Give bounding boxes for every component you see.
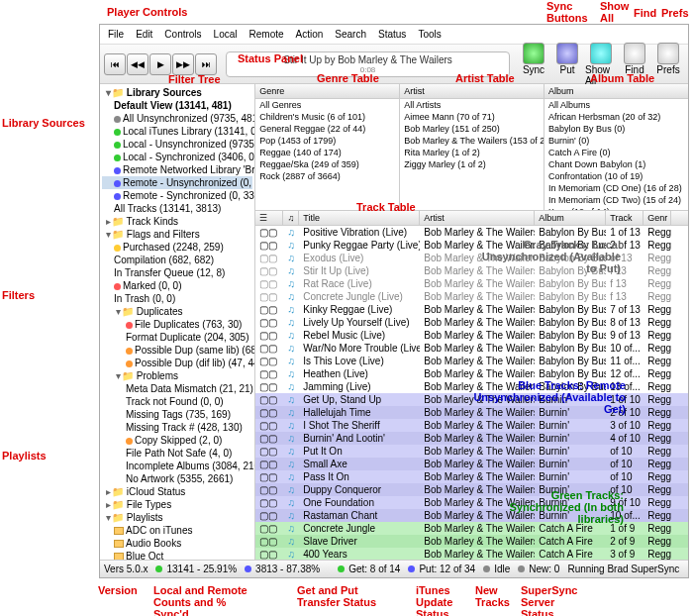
album-row[interactable]: Catch A Fire (0) bbox=[544, 147, 688, 158]
tree-item[interactable]: All Unsynchronized (9735, 481) bbox=[102, 112, 252, 125]
sidebar[interactable]: ▾📁 Library SourcesDefault View (13141, 4… bbox=[100, 84, 255, 560]
rewind-button[interactable]: ◀◀ bbox=[127, 53, 148, 75]
track-row[interactable]: ▢▢♫Concrete JungleBob Marley & The Waile… bbox=[255, 522, 688, 535]
track-row[interactable]: ▢▢♫One FoundationBob Marley & The Wailer… bbox=[255, 496, 688, 509]
menu-search[interactable]: Search bbox=[331, 27, 370, 42]
artist-row[interactable]: Aimee Mann (70 of 71) bbox=[400, 111, 544, 123]
tree-item[interactable]: Local iTunes Library (13141, 0) bbox=[102, 125, 252, 138]
album-row[interactable]: Kaya (10 of 14) bbox=[544, 206, 688, 210]
artist-header[interactable]: Artist bbox=[400, 84, 544, 99]
tree-item[interactable]: Missing Track # (428, 130) bbox=[102, 421, 252, 434]
col-icons[interactable]: ☰ bbox=[255, 211, 283, 225]
artist-row[interactable]: Rita Marley (1 of 2) bbox=[400, 147, 544, 158]
genre-table[interactable]: Genre All GenresChildren's Music (6 of 1… bbox=[255, 84, 400, 210]
album-row[interactable]: Confrontation (10 of 19) bbox=[544, 170, 688, 182]
track-row[interactable]: ▢▢♫Positive Vibration (Live)Bob Marley &… bbox=[255, 226, 688, 239]
showall-button[interactable]: Show All bbox=[585, 43, 617, 86]
tree-item[interactable]: Copy Skipped (2, 0) bbox=[102, 434, 252, 447]
genre-row[interactable]: General Reggae (22 of 44) bbox=[255, 123, 399, 135]
track-row[interactable]: ▢▢♫Rebel Music (Live)Bob Marley & The Wa… bbox=[255, 329, 688, 342]
tree-item[interactable]: All Tracks (13141, 3813) bbox=[102, 202, 252, 215]
genre-row[interactable]: All Genres bbox=[255, 99, 399, 111]
col-title[interactable]: Title bbox=[299, 211, 420, 225]
put-button[interactable]: Put bbox=[551, 43, 583, 86]
track-row[interactable]: ▢▢♫Is This Love (Live)Bob Marley & The W… bbox=[255, 355, 688, 367]
genre-row[interactable]: Children's Music (6 of 101) bbox=[255, 111, 399, 123]
tree-item[interactable]: Meta Data Mismatch (21, 21) bbox=[102, 382, 252, 395]
forward-button[interactable]: ▶▶ bbox=[172, 53, 194, 75]
album-row[interactable]: African Herbsman (20 of 32) bbox=[544, 111, 688, 123]
track-row[interactable]: ▢▢♫I Shot The SheriffBob Marley & The Wa… bbox=[255, 419, 688, 432]
track-row[interactable]: ▢▢♫War/No More Trouble (Live)Bob Marley … bbox=[255, 342, 688, 355]
track-row[interactable]: ▢▢♫Concrete Jungle (Live)Bob Marley & Th… bbox=[255, 290, 688, 303]
tree-item[interactable]: In Trash (0, 0) bbox=[102, 292, 252, 305]
album-row[interactable]: Babylon By Bus (0) bbox=[544, 123, 688, 135]
album-row[interactable]: In Memoriam (CD Two) (15 of 24) bbox=[544, 194, 688, 206]
tree-item[interactable]: File Path Not Safe (4, 0) bbox=[102, 447, 252, 460]
tree-item[interactable]: ▸📁 Track Kinds bbox=[102, 215, 252, 228]
tree-item[interactable]: Remote Networked Library 'Brad iMac' (0,… bbox=[102, 163, 252, 176]
artist-row[interactable]: Bob Marley & The Wailers (153 of 206) bbox=[400, 135, 544, 147]
col-artist[interactable]: Artist bbox=[420, 211, 535, 225]
col-track[interactable]: Track bbox=[606, 211, 644, 225]
tree-item[interactable]: Audio Books bbox=[102, 537, 252, 550]
genre-row[interactable]: Reggae (140 of 174) bbox=[255, 147, 399, 158]
tree-item[interactable]: ▾📁 Problems bbox=[102, 369, 252, 382]
artist-row[interactable]: All Artists bbox=[400, 99, 544, 111]
menu-edit[interactable]: Edit bbox=[132, 27, 156, 42]
album-row[interactable]: In Memoriam (CD One) (16 of 28) bbox=[544, 182, 688, 194]
tree-item[interactable]: Missing Tags (735, 169) bbox=[102, 408, 252, 421]
find-button[interactable]: Find bbox=[619, 43, 650, 86]
album-row[interactable]: Chant Down Babylon (1) bbox=[544, 158, 688, 170]
tree-item[interactable]: Track not Found (0, 0) bbox=[102, 395, 252, 408]
tree-item[interactable]: Local - Unsynchronized (9735, 0) bbox=[102, 138, 252, 151]
genre-row[interactable]: Pop (1453 of 1799) bbox=[255, 135, 399, 147]
sync-button[interactable]: Sync bbox=[518, 43, 549, 86]
menu-action[interactable]: Action bbox=[292, 27, 328, 42]
col-note[interactable]: ♫ bbox=[283, 211, 299, 225]
track-row[interactable]: ▢▢♫Get Up, Stand UpBob Marley & The Wail… bbox=[255, 393, 688, 406]
track-row[interactable]: ▢▢♫Kinky Reggae (Live)Bob Marley & The W… bbox=[255, 303, 688, 316]
prev-button[interactable]: ⏮ bbox=[104, 53, 126, 75]
track-row[interactable]: ▢▢♫Lively Up Yourself (Live)Bob Marley &… bbox=[255, 316, 688, 329]
tree-item[interactable]: File Duplicates (763, 30) bbox=[102, 318, 252, 331]
tree-item[interactable]: Remote - Synchronized (0, 3332) bbox=[102, 189, 252, 202]
col-album[interactable]: Album bbox=[535, 211, 606, 225]
prefs-button[interactable]: Prefs bbox=[652, 43, 684, 86]
menu-local[interactable]: Local bbox=[210, 27, 242, 42]
tree-item[interactable]: Marked (0, 0) bbox=[102, 279, 252, 292]
track-row[interactable]: ▢▢♫Exodus (Live)Bob Marley & The Wailers… bbox=[255, 252, 688, 264]
genre-row[interactable]: Reggae/Ska (249 of 359) bbox=[255, 158, 399, 170]
track-row[interactable]: ▢▢♫Slave DriverBob Marley & The WailersC… bbox=[255, 535, 688, 548]
tree-item[interactable]: Default View (13141, 481) bbox=[102, 99, 252, 112]
menu-tools[interactable]: Tools bbox=[414, 27, 445, 42]
genre-row[interactable]: Rock (2887 of 3664) bbox=[255, 170, 399, 182]
tree-item[interactable]: No Artwork (5355, 2661) bbox=[102, 472, 252, 485]
track-row[interactable]: ▢▢♫Rat Race (Live)Bob Marley & The Waile… bbox=[255, 277, 688, 290]
tree-item[interactable]: Local - Synchronized (3406, 0) bbox=[102, 151, 252, 163]
menu-status[interactable]: Status bbox=[374, 27, 410, 42]
tree-item[interactable]: ▾📁 Duplicates bbox=[102, 305, 252, 318]
tree-item[interactable]: Possible Dup (same lib) (68, 4) bbox=[102, 344, 252, 357]
track-row[interactable]: ▢▢♫Burnin' And Lootin'Bob Marley & The W… bbox=[255, 432, 688, 445]
album-row[interactable]: All Albums bbox=[544, 99, 688, 111]
tree-item[interactable]: Possible Dup (dif lib) (47, 44) bbox=[102, 357, 252, 369]
artist-row[interactable]: Bob Marley (151 of 250) bbox=[400, 123, 544, 135]
track-row[interactable]: ▢▢♫Put It OnBob Marley & The WailersBurn… bbox=[255, 445, 688, 458]
next-button[interactable]: ⏭ bbox=[195, 53, 217, 75]
genre-header[interactable]: Genre bbox=[255, 84, 399, 99]
track-row[interactable]: ▢▢♫Jamming (Live)Bob Marley & The Wailer… bbox=[255, 380, 688, 393]
tree-item[interactable]: Incomplete Albums (3084, 2108) bbox=[102, 460, 252, 472]
track-row[interactable]: ▢▢♫Punky Reggae Party (Live)Bob Marley &… bbox=[255, 239, 688, 252]
col-genre[interactable]: Genr bbox=[644, 211, 671, 225]
track-row[interactable]: ▢▢♫Hallelujah TimeBob Marley & The Waile… bbox=[255, 406, 688, 419]
track-row[interactable]: ▢▢♫Pass It OnBob Marley & The WailersBur… bbox=[255, 470, 688, 483]
track-row[interactable]: ▢▢♫400 YearsBob Marley & The WailersCatc… bbox=[255, 548, 688, 560]
artist-table[interactable]: Artist All ArtistsAimee Mann (70 of 71)B… bbox=[400, 84, 544, 210]
track-row[interactable]: ▢▢♫Small AxeBob Marley & The WailersBurn… bbox=[255, 458, 688, 470]
album-header[interactable]: Album bbox=[544, 84, 688, 99]
tree-item[interactable]: ▸📁 iCloud Status bbox=[102, 485, 252, 498]
tree-item[interactable]: ▾📁 Library Sources bbox=[102, 86, 252, 99]
tree-item[interactable]: ▾📁 Flags and Filters bbox=[102, 228, 252, 241]
track-row[interactable]: ▢▢♫Stir It Up (Live)Bob Marley & The Wai… bbox=[255, 264, 688, 277]
